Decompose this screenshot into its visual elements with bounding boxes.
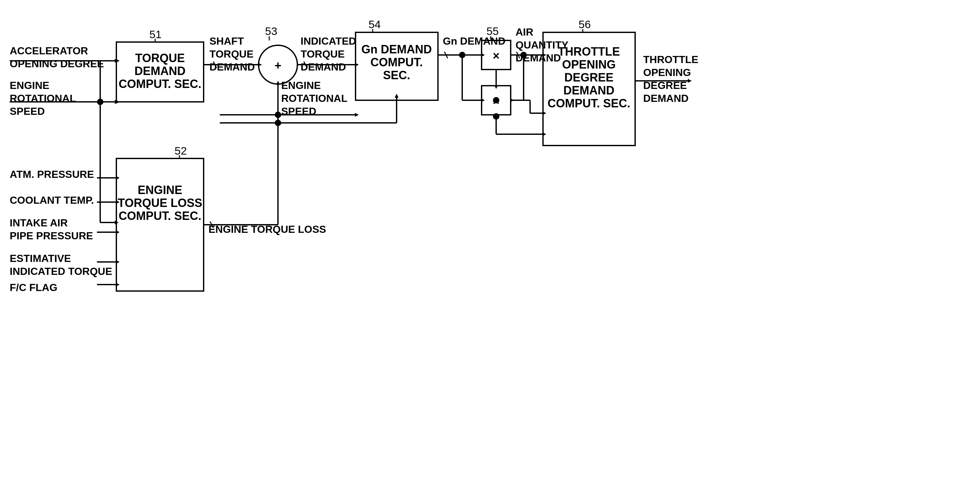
- svg-marker-79: [510, 98, 514, 102]
- block-56-text4: DEMAND: [563, 84, 614, 97]
- block-summer-text: +: [274, 59, 281, 72]
- input-intake-label2: PIPE PRESSURE: [10, 230, 93, 242]
- output-throttle-label4: DEMAND: [643, 92, 689, 104]
- block-54-text: Gn DEMAND: [361, 43, 432, 56]
- output-throttle-label: THROTTLE: [643, 54, 698, 65]
- block-56-text2: OPENING: [562, 58, 616, 71]
- block-52-text: ENGINE: [138, 183, 182, 197]
- label-indicated-torque: INDICATED: [301, 35, 356, 47]
- block-56-text3: DEGREE: [564, 71, 614, 84]
- input-fc-label: F/C FLAG: [10, 282, 57, 293]
- block-56-text5: COMPUT. SEC.: [547, 97, 630, 110]
- block-54-text2: COMPUT.: [371, 56, 423, 69]
- input-accel-label2: OPENING DEGREE: [10, 58, 104, 70]
- label-engine-rot2b: ROTATIONAL: [281, 92, 347, 104]
- block-52: [116, 158, 204, 291]
- svg-marker-43: [355, 113, 359, 117]
- block-54-text3: SEC.: [383, 68, 410, 82]
- svg-point-62: [493, 97, 500, 103]
- input-engine-rot-label: ENGINE: [10, 80, 49, 91]
- block-54-number: 54: [369, 18, 381, 30]
- svg-marker-64: [688, 79, 692, 83]
- block-52-number: 52: [175, 145, 187, 157]
- block-52-text3: COMPUT. SEC.: [119, 209, 201, 223]
- block-56-number: 56: [579, 18, 591, 30]
- label-indicated-torque3: DEMAND: [301, 61, 346, 73]
- block-51-number: 51: [150, 28, 162, 40]
- diagram-container: .block-rect { fill: white; stroke: black…: [0, 0, 980, 487]
- block-52-text2: TORQUE LOSS: [118, 196, 202, 210]
- svg-point-44: [275, 111, 281, 118]
- block-51-text3: COMPUT. SEC.: [119, 77, 201, 91]
- label-indicated-torque2: TORQUE: [301, 48, 345, 60]
- label-engine-rot2: ENGINE: [281, 80, 321, 91]
- label-shaft-torque2: TORQUE: [210, 48, 253, 60]
- label-shaft-torque: SHAFT: [210, 35, 244, 47]
- input-intake-label: INTAKE AIR: [10, 217, 68, 229]
- input-estimative-label2: INDICATED TORQUE: [10, 266, 112, 277]
- input-engine-rot-label3: SPEED: [10, 105, 45, 117]
- input-coolant-label: COOLANT TEMP.: [10, 194, 94, 206]
- block-53-number: 53: [265, 25, 277, 37]
- input-estimative-label: ESTIMATIVE: [10, 253, 71, 264]
- input-accel-label: ACCELERATOR: [10, 45, 88, 57]
- output-throttle-label2: OPENING: [643, 67, 691, 78]
- block-51-text2: DEMAND: [134, 64, 186, 78]
- block-51-text: TORQUE: [135, 51, 185, 65]
- label-gn-demand: Gn DEMAND: [443, 35, 506, 47]
- block-mult1-text: ×: [493, 49, 500, 62]
- label-air-qty2: QUANTITY: [515, 39, 568, 51]
- label-air-qty: AIR: [515, 26, 533, 38]
- svg-point-78: [520, 52, 527, 58]
- input-atm-label: ATM. PRESSURE: [10, 169, 94, 180]
